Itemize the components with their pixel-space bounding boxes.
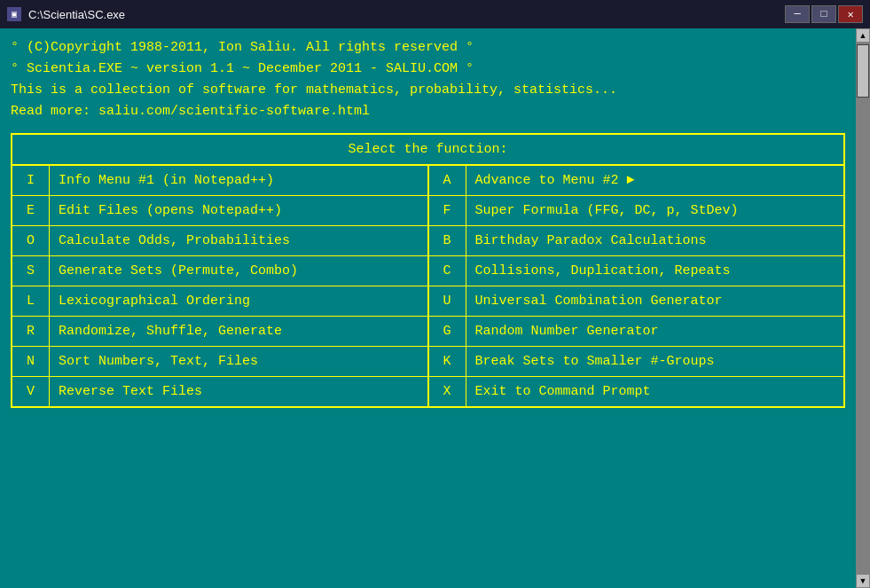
menu-label-exit[interactable]: Exit to Command Prompt: [466, 377, 844, 406]
title-bar: ▣ C:\Scientia\SC.exe — □ ✕: [0, 0, 870, 28]
scroll-thumb[interactable]: [857, 44, 869, 98]
menu-key-E[interactable]: E: [12, 196, 50, 225]
menu-row: S Generate Sets (Permute, Combo) C Colli…: [12, 256, 843, 286]
menu-key-G[interactable]: G: [429, 317, 466, 346]
menu-key-L[interactable]: L: [12, 286, 50, 316]
scroll-up-button[interactable]: ▲: [856, 28, 870, 43]
menu-key-C[interactable]: C: [429, 256, 466, 286]
minimize-button[interactable]: —: [785, 5, 810, 23]
header-line-1: ° (C)Copyright 1988-2011, Ion Saliu. All…: [11, 37, 845, 59]
menu-key-K[interactable]: K: [429, 347, 466, 376]
menu-key-I[interactable]: I: [12, 166, 50, 195]
menu-key-O[interactable]: O: [12, 226, 50, 255]
menu-label-birthday[interactable]: Birthday Paradox Calculations: [466, 226, 844, 255]
title-bar-icon: ▣: [7, 7, 21, 21]
app-window: ▣ C:\Scientia\SC.exe — □ ✕ ° (C)Copyrigh…: [0, 0, 870, 588]
close-button[interactable]: ✕: [838, 5, 863, 23]
header-lines: ° (C)Copyright 1988-2011, Ion Saliu. All…: [11, 37, 845, 122]
menu-label-advance[interactable]: Advance to Menu #2 ►: [466, 166, 844, 195]
menu-label-super-formula[interactable]: Super Formula (FFG, DC, p, StDev): [466, 196, 844, 225]
main-content: ° (C)Copyright 1988-2011, Ion Saliu. All…: [0, 28, 870, 588]
menu-key-B[interactable]: B: [429, 226, 466, 255]
menu-key-F[interactable]: F: [429, 196, 466, 225]
menu-label-reverse[interactable]: Reverse Text Files: [50, 377, 429, 406]
menu-label-collisions[interactable]: Collisions, Duplication, Repeats: [466, 256, 844, 286]
menu-label-universal-combo[interactable]: Universal Combination Generator: [466, 286, 844, 316]
menu-row: O Calculate Odds, Probabilities B Birthd…: [12, 226, 843, 256]
menu-label-break-sets[interactable]: Break Sets to Smaller #-Groups: [466, 347, 844, 376]
menu-label-random-number[interactable]: Random Number Generator: [466, 317, 844, 346]
menu-label-sort[interactable]: Sort Numbers, Text, Files: [50, 347, 429, 376]
header-line-2: ° Scientia.EXE ~ version 1.1 ~ December …: [11, 59, 845, 80]
menu-label-info[interactable]: Info Menu #1 (in Notepad++): [50, 166, 429, 195]
menu-container: Select the function: I Info Menu #1 (in …: [11, 133, 845, 408]
menu-row: R Randomize, Shuffle, Generate G Random …: [12, 317, 843, 347]
menu-row: E Edit Files (opens Notepad++) F Super F…: [12, 196, 843, 226]
maximize-button[interactable]: □: [811, 5, 836, 23]
menu-key-N[interactable]: N: [12, 347, 50, 376]
menu-label-lexicographical[interactable]: Lexicographical Ordering: [50, 286, 429, 316]
menu-label-randomize[interactable]: Randomize, Shuffle, Generate: [50, 317, 429, 346]
menu-key-S[interactable]: S: [12, 256, 50, 286]
scroll-track[interactable]: [856, 43, 870, 574]
menu-label-generate-sets[interactable]: Generate Sets (Permute, Combo): [50, 256, 429, 286]
menu-key-A[interactable]: A: [429, 166, 466, 195]
menu-title: Select the function:: [12, 135, 843, 166]
menu-grid: I Info Menu #1 (in Notepad++) A Advance …: [12, 166, 843, 406]
menu-key-X[interactable]: X: [429, 377, 466, 406]
terminal-area: ° (C)Copyright 1988-2011, Ion Saliu. All…: [0, 28, 856, 588]
menu-row: V Reverse Text Files X Exit to Command P…: [12, 377, 843, 406]
menu-row: N Sort Numbers, Text, Files K Break Sets…: [12, 347, 843, 377]
scroll-down-button[interactable]: ▼: [856, 574, 870, 588]
menu-key-R[interactable]: R: [12, 317, 50, 346]
menu-key-U[interactable]: U: [429, 286, 466, 316]
window-title: C:\Scientia\SC.exe: [28, 8, 785, 21]
menu-row: L Lexicographical Ordering U Universal C…: [12, 286, 843, 317]
header-line-3: This is a collection of software for mat…: [11, 80, 845, 101]
menu-key-V[interactable]: V: [12, 377, 50, 406]
menu-label-edit[interactable]: Edit Files (opens Notepad++): [50, 196, 429, 225]
menu-label-odds[interactable]: Calculate Odds, Probabilities: [50, 226, 429, 255]
title-bar-controls: — □ ✕: [785, 5, 863, 23]
header-line-4: Read more: saliu.com/scientific-software…: [11, 101, 845, 122]
menu-row: I Info Menu #1 (in Notepad++) A Advance …: [12, 166, 843, 196]
scrollbar[interactable]: ▲ ▼: [856, 28, 870, 588]
